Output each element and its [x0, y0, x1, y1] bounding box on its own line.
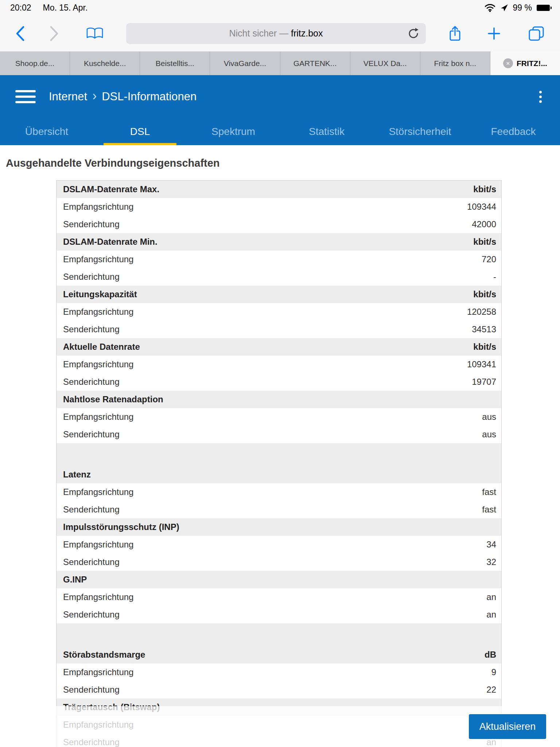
row-label: Senderichtung — [63, 557, 120, 567]
nav-tab-feedback[interactable]: Feedback — [467, 118, 560, 145]
status-bar: 20:02 Mo. 15. Apr. 99 % — [0, 0, 560, 15]
table-spacer-row — [57, 623, 501, 646]
group-title: Leitungskapazität — [63, 289, 137, 299]
dsl-table: DSLAM-Datenrate Max.kbit/sEmpfangsrichtu… — [56, 180, 502, 747]
table-row: Empfangsrichtungaus — [57, 408, 501, 426]
table-row: Empfangsrichtung9 — [57, 663, 501, 681]
browser-tab-title: VivaGarde... — [224, 59, 266, 68]
tab-overview-icon[interactable] — [528, 26, 545, 42]
row-value: 32 — [486, 557, 496, 567]
back-icon[interactable] — [15, 26, 25, 42]
update-button[interactable]: Aktualisieren — [469, 714, 546, 739]
table-row: Senderichtung19707 — [57, 373, 501, 391]
group-title: Aktuelle Datenrate — [63, 342, 140, 352]
table-row: Senderichtung32 — [57, 553, 501, 571]
browser-tab[interactable]: VivaGarde... — [210, 51, 280, 75]
row-value: fast — [482, 487, 496, 497]
nav-tab-statistik[interactable]: Statistik — [280, 118, 373, 145]
row-value: an — [486, 609, 496, 620]
bookmarks-icon[interactable] — [86, 27, 104, 40]
url-domain: fritz.box — [291, 28, 323, 39]
row-label: Empfangsrichtung — [63, 487, 133, 497]
group-title: Latenz — [63, 469, 91, 480]
table-row: Senderichtung- — [57, 268, 501, 286]
group-unit: kbit/s — [473, 342, 496, 352]
table-group-header: DSLAM-Datenrate Min.kbit/s — [57, 233, 501, 251]
table-group-header: DSLAM-Datenrate Max.kbit/s — [57, 181, 501, 198]
table-row: Senderichtung22 — [57, 681, 501, 698]
section-heading: Ausgehandelte Verbindungseigenschaften — [6, 157, 560, 169]
nav-tab-spektrum[interactable]: Spektrum — [187, 118, 280, 145]
ipad-screen: 20:02 Mo. 15. Apr. 99 % — [0, 0, 560, 747]
table-row: Empfangsrichtungan — [57, 588, 501, 606]
share-icon[interactable] — [448, 25, 462, 42]
table-row: Senderichtungan — [57, 606, 501, 623]
browser-tab-title: Kuschelde... — [84, 59, 126, 68]
hamburger-icon[interactable] — [15, 90, 36, 103]
table-row: Empfangsrichtungfast — [57, 483, 501, 501]
nav-tab-bersicht[interactable]: Übersicht — [0, 118, 93, 145]
row-value: 19707 — [472, 377, 496, 387]
table-row: Senderichtungfast — [57, 501, 501, 518]
nav-tab-dsl[interactable]: DSL — [93, 118, 187, 145]
group-unit: kbit/s — [473, 289, 496, 299]
table-group-header: G.INP — [57, 571, 501, 588]
table-row: Empfangsrichtung120258 — [57, 303, 501, 321]
new-tab-icon[interactable] — [487, 27, 501, 40]
table-group-header: Leitungskapazitätkbit/s — [57, 286, 501, 303]
row-value: 720 — [482, 254, 496, 264]
row-label: Empfangsrichtung — [63, 307, 133, 317]
browser-tab[interactable]: Shoop.de... — [0, 51, 70, 75]
table-row: Empfangsrichtung34 — [57, 536, 501, 553]
row-label: Senderichtung — [63, 685, 120, 695]
browser-tab[interactable]: Kuschelde... — [70, 51, 140, 75]
row-value: - — [493, 272, 496, 282]
kebab-menu-icon[interactable] — [536, 88, 545, 106]
row-label: Senderichtung — [63, 504, 120, 515]
date: Mo. 15. Apr. — [43, 3, 88, 13]
location-icon — [501, 4, 508, 12]
row-label: Empfangsrichtung — [63, 412, 133, 422]
group-title: Nahtlose Ratenadaption — [63, 394, 163, 405]
url-field[interactable]: Nicht sicher — fritz.box — [126, 23, 426, 44]
row-value: 120258 — [467, 307, 496, 317]
row-label: Senderichtung — [63, 429, 120, 440]
row-value: aus — [482, 412, 496, 422]
nav-tab-strsicherheit[interactable]: Störsicherheit — [373, 118, 467, 145]
tab-close-icon[interactable]: ✕ — [503, 58, 513, 68]
reload-icon[interactable] — [408, 28, 419, 42]
battery-percent: 99 % — [513, 3, 532, 13]
row-value: aus — [482, 429, 496, 440]
browser-tab[interactable]: Beistelltis... — [140, 51, 210, 75]
table-group-header: Aktuelle Datenratekbit/s — [57, 338, 501, 356]
row-value: 109344 — [467, 202, 496, 212]
row-label: Empfangsrichtung — [63, 254, 133, 264]
browser-tab-title: VELUX Da... — [363, 59, 407, 68]
group-unit: dB — [485, 650, 496, 660]
breadcrumb-section[interactable]: Internet — [49, 90, 87, 103]
breadcrumb-row: Internet › DSL-Informationen — [0, 75, 560, 118]
browser-tab-title: FRITZ!... — [517, 59, 547, 68]
row-label: Senderichtung — [63, 324, 120, 334]
page-title: DSL-Informationen — [102, 90, 197, 103]
group-unit: kbit/s — [473, 184, 496, 194]
wifi-icon — [484, 3, 496, 12]
row-label: Empfangsrichtung — [63, 592, 133, 602]
breadcrumb: Internet › DSL-Informationen — [49, 89, 197, 104]
row-label: Senderichtung — [63, 219, 120, 229]
table-group-header: Impulsstörungsschutz (INP) — [57, 518, 501, 536]
forward-icon[interactable] — [50, 26, 59, 42]
table-row: Senderichtungaus — [57, 426, 501, 443]
safari-toolbar: Nicht sicher — fritz.box — [0, 15, 560, 51]
dsl-nav-tabs: ÜbersichtDSLSpektrumStatistikStörsicherh… — [0, 118, 560, 145]
browser-tab[interactable]: GARTENK... — [280, 51, 350, 75]
browser-tab[interactable]: VELUX Da... — [350, 51, 420, 75]
table-row: Empfangsrichtung109341 — [57, 356, 501, 373]
row-value: an — [486, 592, 496, 602]
row-value: 34 — [486, 539, 496, 550]
browser-tab[interactable]: Fritz box n... — [420, 51, 490, 75]
chevron-right-icon: › — [92, 89, 97, 104]
fritzbox-header: Internet › DSL-Informationen ÜbersichtDS… — [0, 75, 560, 145]
browser-tab-active[interactable]: ✕FRITZ!... — [490, 51, 560, 75]
table-group-header: Latenz — [57, 466, 501, 483]
